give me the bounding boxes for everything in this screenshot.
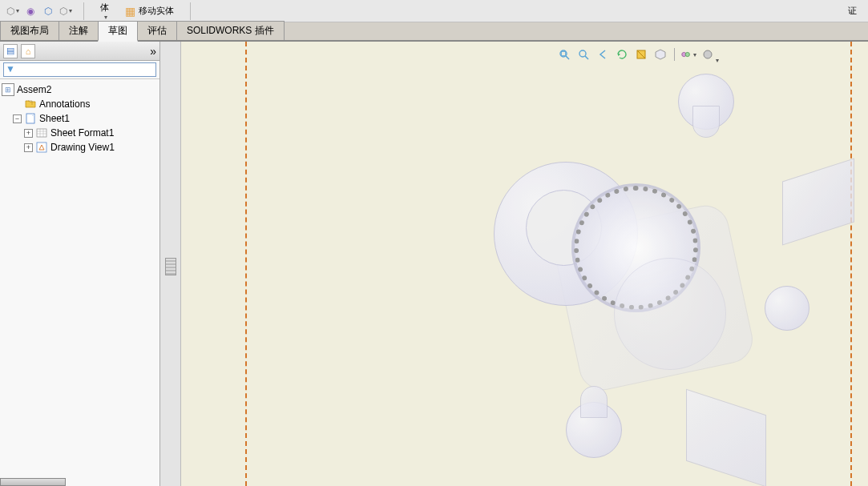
filter-funnel-icon: ▼ — [6, 63, 15, 74]
tree-node-sheet-format1[interactable]: + Sheet Format1 — [2, 126, 158, 140]
tree-root-label: Assem2 — [17, 84, 51, 95]
ribbon-move-body-label: 移动实体 — [139, 5, 174, 17]
svg-point-19 — [704, 50, 712, 58]
svg-rect-6 — [37, 143, 46, 152]
tool-icon-3[interactable]: ⬡ — [42, 5, 55, 18]
document-tabs: 视图布局 注解 草图 评估 SOLIDWORKS 插件 — [0, 22, 868, 42]
panel-mode-tree-icon[interactable]: ▤ — [3, 44, 18, 58]
zoom-window-icon[interactable] — [575, 46, 591, 62]
svg-point-11 — [579, 50, 586, 57]
toolbar-separator — [674, 48, 675, 61]
status-bar-grip[interactable] — [0, 478, 66, 486]
ribbon-area: ⬡▾ ◉ ⬡ ⬡▾ 体 ▾ ▦ 移动实体 证 — [0, 0, 868, 22]
collapse-icon[interactable]: − — [13, 114, 22, 123]
panel-expand-icon[interactable]: » — [150, 45, 156, 58]
ruler-grip[interactable] — [165, 258, 176, 275]
view-toolbar: ▾ ▾ — [556, 46, 716, 62]
tool-icon-1[interactable]: ⬡▾ — [6, 5, 19, 18]
hide-show-icon[interactable]: ▾ — [680, 46, 696, 62]
panel-header: ▤ ⌂ » — [0, 42, 159, 61]
tool-icon-4[interactable]: ⬡▾ — [59, 5, 72, 18]
feature-tree: ⊞ Assem2 Annotations − Sheet1 + — [0, 79, 159, 486]
ribbon-right-1[interactable]: 证 — [843, 5, 862, 17]
ribbon-move-body[interactable]: ▦ 移动实体 — [120, 5, 179, 18]
expand-icon[interactable]: + — [24, 143, 33, 152]
drawing-view-icon — [35, 141, 48, 154]
display-style-icon[interactable]: ▾ — [652, 46, 668, 62]
main-area: ▤ ⌂ » ▼ ⊞ Assem2 Annotations — [0, 42, 868, 486]
sheet-edge-left — [245, 42, 247, 486]
svg-line-12 — [585, 56, 588, 59]
tree-node-sheet1[interactable]: − Sheet1 — [2, 111, 158, 126]
tab-solidworks-addins[interactable]: SOLIDWORKS 插件 — [176, 21, 285, 40]
filter-input[interactable] — [3, 62, 156, 77]
svg-marker-16 — [656, 50, 665, 59]
section-view-icon[interactable] — [633, 46, 649, 62]
tree-sheet-format1-label: Sheet Format1 — [50, 127, 114, 139]
assembly-icon: ⊞ — [2, 83, 14, 96]
vertical-ruler — [160, 42, 181, 486]
ribbon-right-1-label: 证 — [848, 5, 857, 17]
panel-mode-config-icon[interactable]: ⌂ — [21, 44, 35, 58]
previous-view-icon[interactable] — [595, 46, 611, 62]
rotate-view-icon[interactable] — [614, 46, 630, 62]
tree-node-annotations[interactable]: Annotations — [2, 97, 158, 111]
expand-icon[interactable]: + — [24, 129, 33, 138]
tool-icon-2[interactable]: ◉ — [24, 5, 37, 18]
drawing-canvas[interactable]: ▾ ▾ — [181, 42, 868, 486]
tree-root[interactable]: ⊞ Assem2 — [2, 82, 158, 97]
tab-evaluate[interactable]: 评估 — [137, 21, 177, 40]
feature-manager-panel: ▤ ⌂ » ▼ ⊞ Assem2 Annotations — [0, 42, 160, 486]
svg-line-9 — [566, 56, 569, 59]
svg-rect-1 — [37, 129, 46, 137]
ribbon-body-group[interactable]: 体 ▾ — [95, 2, 114, 21]
svg-point-18 — [685, 52, 689, 56]
tree-drawing-view1-label: Drawing View1 — [50, 142, 115, 153]
drawing-view-model[interactable] — [325, 66, 868, 482]
tab-sketch[interactable]: 草图 — [98, 21, 138, 42]
tree-annotations-label: Annotations — [39, 98, 90, 110]
svg-rect-10 — [562, 52, 566, 56]
folder-icon — [24, 98, 37, 110]
tree-node-drawing-view1[interactable]: + Drawing View1 — [2, 140, 158, 155]
grid-icon: ▦ — [125, 5, 135, 18]
tab-annotations[interactable]: 注解 — [59, 21, 99, 40]
svg-marker-13 — [618, 53, 620, 56]
tab-view-layout[interactable]: 视图布局 — [0, 21, 59, 40]
zoom-fit-icon[interactable] — [556, 46, 572, 62]
appearance-icon[interactable] — [700, 46, 716, 62]
sheet-format-icon — [35, 127, 48, 139]
tree-sheet1-label: Sheet1 — [39, 113, 70, 124]
sheet-icon — [24, 112, 37, 125]
ribbon-body-label: 体 — [100, 2, 109, 14]
filter-row: ▼ — [0, 61, 159, 79]
